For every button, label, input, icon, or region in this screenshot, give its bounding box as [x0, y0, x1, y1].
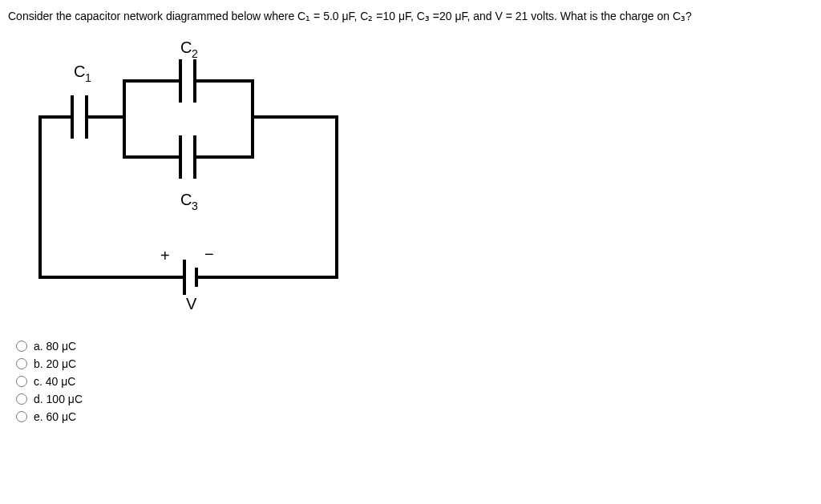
v-label: V [186, 295, 197, 312]
plus-label: + [160, 247, 170, 264]
option-a-label: a. 80 μC [34, 340, 76, 353]
radio-c[interactable] [16, 376, 27, 387]
c3-label: C [180, 191, 192, 208]
radio-a[interactable] [16, 341, 27, 352]
circuit-diagram: C 1 C 2 C 3 V + − [32, 41, 813, 316]
option-e-label: e. 60 μC [34, 410, 76, 423]
answer-options: a. 80 μC b. 20 μC c. 40 μC d. 100 μC e. … [16, 340, 813, 423]
minus-label: − [204, 245, 214, 263]
option-a[interactable]: a. 80 μC [16, 340, 813, 353]
option-d[interactable]: d. 100 μC [16, 393, 813, 405]
radio-d[interactable] [16, 393, 27, 405]
svg-text:1: 1 [85, 71, 91, 84]
option-e[interactable]: e. 60 μC [16, 410, 813, 423]
option-d-label: d. 100 μC [34, 393, 83, 405]
c1-label: C [74, 62, 85, 80]
option-b[interactable]: b. 20 μC [16, 357, 813, 370]
option-b-label: b. 20 μC [34, 357, 76, 370]
radio-e[interactable] [16, 411, 27, 422]
svg-text:2: 2 [192, 47, 198, 60]
radio-b[interactable] [16, 358, 27, 369]
option-c-label: c. 40 μC [34, 375, 75, 388]
option-c[interactable]: c. 40 μC [16, 375, 813, 388]
question-text: Consider the capacitor network diagramme… [8, 8, 813, 25]
svg-text:3: 3 [192, 200, 198, 212]
c2-label: C [180, 41, 192, 56]
